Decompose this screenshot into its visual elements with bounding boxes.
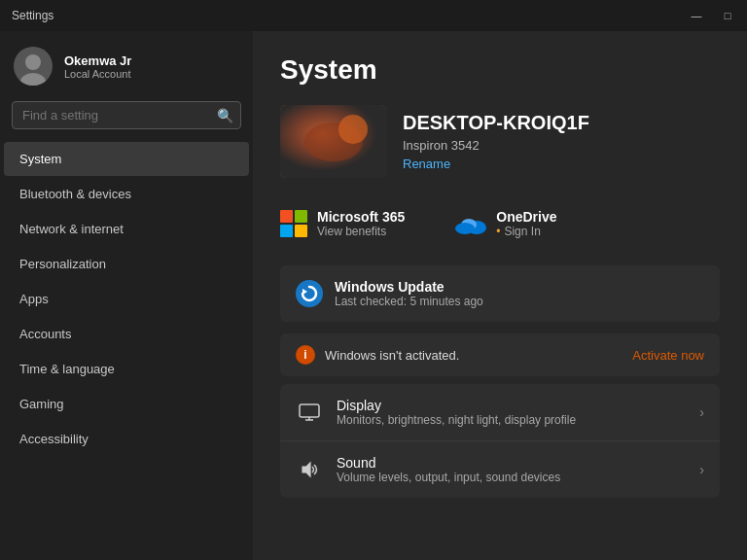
onedrive-icon — [455, 212, 486, 235]
user-account-type: Local Account — [64, 68, 131, 80]
ms365-yellow — [295, 225, 307, 237]
svg-point-1 — [25, 54, 41, 70]
device-image — [280, 105, 387, 178]
ms365-link[interactable]: Microsoft 365 View benefits — [280, 197, 424, 250]
display-chevron-icon: › — [699, 404, 704, 420]
user-info: Okemwa Jr Local Account — [64, 53, 131, 80]
sound-row-left: Sound Volume levels, output, input, soun… — [296, 455, 560, 484]
sound-texts: Sound Volume levels, output, input, soun… — [337, 455, 560, 484]
ms365-icon — [280, 210, 307, 237]
activate-now-link[interactable]: Activate now — [632, 348, 704, 363]
update-texts: Windows Update Last checked: 5 minutes a… — [335, 279, 483, 308]
onedrive-subtitle: Sign In — [496, 225, 556, 238]
ms365-green — [295, 210, 307, 223]
display-texts: Display Monitors, brightness, night ligh… — [337, 398, 576, 427]
app-title: Settings — [12, 9, 53, 22]
settings-group: Display Monitors, brightness, night ligh… — [280, 384, 720, 498]
sidebar-item-label: Network & internet — [19, 222, 124, 236]
device-rename-link[interactable]: Rename — [403, 157, 589, 171]
sidebar-nav: System Bluetooth & devices Network & int… — [0, 141, 253, 457]
sidebar-item-accessibility[interactable]: Accessibility — [4, 422, 249, 456]
device-model: Inspiron 3542 — [403, 138, 589, 153]
ms365-title: Microsoft 365 — [317, 209, 405, 225]
sidebar-item-label: Bluetooth & devices — [19, 187, 131, 201]
ms365-red — [280, 210, 293, 223]
windows-update-row[interactable]: Windows Update Last checked: 5 minutes a… — [280, 265, 720, 322]
sidebar-item-label: Apps — [19, 292, 49, 306]
onedrive-title: OneDrive — [496, 209, 556, 225]
sidebar-item-bluetooth[interactable]: Bluetooth & devices — [4, 177, 249, 211]
sidebar-item-label: Gaming — [19, 397, 64, 411]
sidebar-item-personalization[interactable]: Personalization — [4, 247, 249, 281]
display-subtitle: Monitors, brightness, night light, displ… — [337, 413, 576, 427]
ms365-texts: Microsoft 365 View benefits — [317, 209, 405, 238]
sidebar-item-time[interactable]: Time & language — [4, 352, 249, 386]
sidebar-item-system[interactable]: System — [4, 142, 249, 176]
device-card: DESKTOP-KROIQ1F Inspiron 3542 Rename — [280, 105, 720, 178]
update-subtitle: Last checked: 5 minutes ago — [335, 295, 483, 308]
user-section[interactable]: Okemwa Jr Local Account — [0, 31, 253, 97]
titlebar: Settings — □ — [0, 0, 747, 31]
sound-chevron-icon: › — [699, 462, 704, 477]
device-info: DESKTOP-KROIQ1F Inspiron 3542 Rename — [403, 112, 589, 171]
sound-icon — [296, 456, 323, 483]
svg-point-5 — [338, 115, 368, 144]
activation-left: i Windows isn't activated. — [296, 345, 459, 365]
app-body: Okemwa Jr Local Account 🔍 System Bluetoo… — [0, 31, 747, 560]
window-controls: — □ — [689, 10, 735, 21]
sidebar-item-network[interactable]: Network & internet — [4, 212, 249, 246]
sound-setting-row[interactable]: Sound Volume levels, output, input, soun… — [280, 440, 720, 498]
device-name: DESKTOP-KROIQ1F — [403, 112, 589, 134]
sidebar-item-label: Accounts — [19, 327, 71, 341]
display-row-left: Display Monitors, brightness, night ligh… — [296, 398, 576, 427]
activation-message: Windows isn't activated. — [325, 348, 459, 363]
maximize-button[interactable]: □ — [720, 10, 735, 21]
sidebar-item-apps[interactable]: Apps — [4, 282, 249, 316]
sidebar-item-gaming[interactable]: Gaming — [4, 387, 249, 421]
svg-point-8 — [455, 223, 475, 234]
update-title: Windows Update — [335, 279, 483, 295]
activation-bar: i Windows isn't activated. Activate now — [280, 333, 720, 376]
windows-update-icon — [296, 280, 323, 307]
ms365-blue — [280, 225, 293, 237]
sound-subtitle: Volume levels, output, input, sound devi… — [337, 471, 560, 484]
svg-marker-9 — [302, 289, 307, 295]
display-setting-row[interactable]: Display Monitors, brightness, night ligh… — [280, 384, 720, 440]
display-icon — [296, 399, 323, 426]
onedrive-texts: OneDrive Sign In — [496, 209, 556, 238]
ms365-subtitle: View benefits — [317, 225, 405, 238]
svg-rect-10 — [300, 404, 319, 417]
display-title: Display — [337, 398, 576, 413]
page-title: System — [280, 54, 720, 86]
sidebar: Okemwa Jr Local Account 🔍 System Bluetoo… — [0, 31, 253, 560]
sound-title: Sound — [337, 455, 560, 471]
minimize-button[interactable]: — — [689, 10, 704, 21]
search-icon: 🔍 — [217, 108, 233, 123]
sidebar-item-accounts[interactable]: Accounts — [4, 317, 249, 351]
user-name: Okemwa Jr — [64, 53, 131, 68]
main-content: System DESKTOP-K — [253, 31, 747, 560]
search-input[interactable] — [12, 101, 241, 129]
sidebar-item-label: Time & language — [19, 362, 115, 376]
sidebar-item-label: Accessibility — [19, 432, 89, 446]
svg-marker-13 — [302, 463, 310, 476]
sidebar-item-label: Personalization — [19, 257, 106, 271]
onedrive-link[interactable]: OneDrive Sign In — [455, 197, 576, 250]
sidebar-item-label: System — [19, 152, 61, 166]
search-box: 🔍 — [12, 101, 241, 129]
avatar — [14, 47, 53, 86]
quick-links: Microsoft 365 View benefits OneDrive Sig… — [280, 197, 720, 250]
activation-info-icon: i — [296, 345, 315, 365]
